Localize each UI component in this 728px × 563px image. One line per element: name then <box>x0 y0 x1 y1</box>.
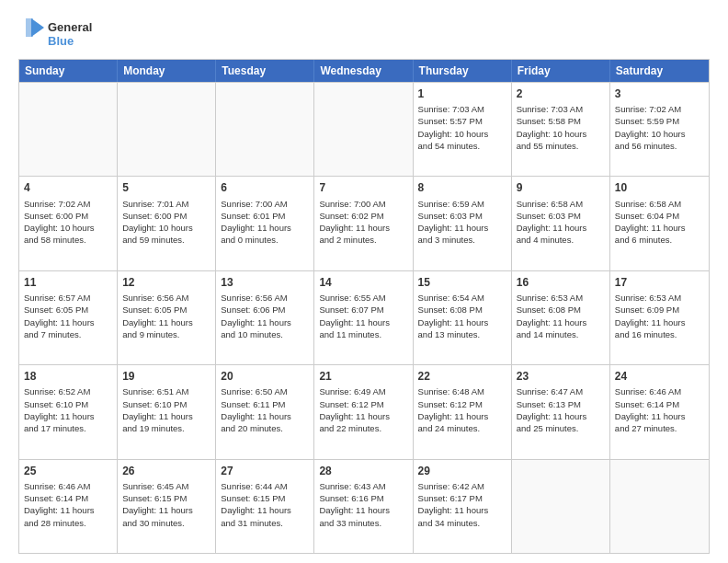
cal-cell: 22Sunrise: 6:48 AMSunset: 6:12 PMDayligh… <box>414 365 512 458</box>
header-day-sunday: Sunday <box>19 60 118 82</box>
cal-cell <box>19 83 118 176</box>
day-info: Sunrise: 7:00 AMSunset: 6:02 PMDaylight:… <box>319 198 407 247</box>
cal-cell: 17Sunrise: 6:53 AMSunset: 6:09 PMDayligh… <box>610 271 709 364</box>
day-info: Sunrise: 6:43 AMSunset: 6:16 PMDaylight:… <box>319 480 407 529</box>
cal-cell: 10Sunrise: 6:58 AMSunset: 6:04 PMDayligh… <box>610 177 709 270</box>
day-number: 26 <box>122 464 210 478</box>
day-number: 3 <box>615 86 704 101</box>
cal-cell: 29Sunrise: 6:42 AMSunset: 6:17 PMDayligh… <box>414 460 512 553</box>
day-number: 12 <box>122 275 210 290</box>
cal-cell: 6Sunrise: 7:00 AMSunset: 6:01 PMDaylight… <box>216 177 314 270</box>
day-info: Sunrise: 6:52 AMSunset: 6:10 PMDaylight:… <box>24 385 112 434</box>
day-number: 27 <box>221 464 309 478</box>
svg-marker-2 <box>31 18 44 37</box>
cal-week-5: 25Sunrise: 6:46 AMSunset: 6:14 PMDayligh… <box>19 459 709 553</box>
day-info: Sunrise: 6:56 AMSunset: 6:05 PMDaylight:… <box>122 292 210 340</box>
header-day-thursday: Thursday <box>414 60 512 82</box>
day-info: Sunrise: 6:48 AMSunset: 6:12 PMDaylight:… <box>418 385 506 434</box>
day-info: Sunrise: 7:02 AMSunset: 6:00 PMDaylight:… <box>24 198 112 247</box>
svg-text:Blue: Blue <box>48 34 74 48</box>
day-info: Sunrise: 7:02 AMSunset: 5:59 PMDaylight:… <box>615 103 704 152</box>
day-info: Sunrise: 6:59 AMSunset: 6:03 PMDaylight:… <box>418 198 506 247</box>
day-number: 6 <box>221 180 309 195</box>
svg-text:General: General <box>48 20 92 34</box>
cal-cell: 5Sunrise: 7:01 AMSunset: 6:00 PMDaylight… <box>118 177 216 270</box>
day-info: Sunrise: 6:47 AMSunset: 6:13 PMDaylight:… <box>517 385 605 434</box>
day-number: 29 <box>418 464 506 478</box>
day-info: Sunrise: 6:58 AMSunset: 6:03 PMDaylight:… <box>517 198 605 247</box>
cal-cell: 13Sunrise: 6:56 AMSunset: 6:06 PMDayligh… <box>216 271 314 364</box>
day-number: 15 <box>418 275 506 290</box>
day-info: Sunrise: 6:45 AMSunset: 6:15 PMDaylight:… <box>122 480 210 529</box>
day-info: Sunrise: 6:42 AMSunset: 6:17 PMDaylight:… <box>418 480 506 529</box>
day-info: Sunrise: 7:03 AMSunset: 5:58 PMDaylight:… <box>517 103 605 152</box>
header-day-monday: Monday <box>118 60 216 82</box>
cal-cell: 9Sunrise: 6:58 AMSunset: 6:03 PMDaylight… <box>512 177 610 270</box>
day-number: 25 <box>24 464 112 478</box>
day-info: Sunrise: 6:58 AMSunset: 6:04 PMDaylight:… <box>615 198 704 247</box>
header-day-friday: Friday <box>512 60 610 82</box>
svg-rect-3 <box>26 18 33 37</box>
day-number: 5 <box>122 180 210 195</box>
cal-cell: 28Sunrise: 6:43 AMSunset: 6:16 PMDayligh… <box>314 460 413 553</box>
cal-cell: 8Sunrise: 6:59 AMSunset: 6:03 PMDaylight… <box>414 177 512 270</box>
day-info: Sunrise: 6:51 AMSunset: 6:10 PMDaylight:… <box>122 385 210 434</box>
day-number: 22 <box>418 369 506 384</box>
cal-cell: 23Sunrise: 6:47 AMSunset: 6:13 PMDayligh… <box>512 365 610 458</box>
cal-cell: 1Sunrise: 7:03 AMSunset: 5:57 PMDaylight… <box>414 83 512 176</box>
day-number: 2 <box>517 86 605 101</box>
cal-cell: 21Sunrise: 6:49 AMSunset: 6:12 PMDayligh… <box>314 365 413 458</box>
day-number: 24 <box>615 369 704 384</box>
day-number: 13 <box>221 275 309 290</box>
day-number: 28 <box>319 464 407 478</box>
day-number: 4 <box>24 180 112 195</box>
calendar-body: 1Sunrise: 7:03 AMSunset: 5:57 PMDaylight… <box>19 82 709 553</box>
cal-cell: 12Sunrise: 6:56 AMSunset: 6:05 PMDayligh… <box>118 271 216 364</box>
day-info: Sunrise: 6:55 AMSunset: 6:07 PMDaylight:… <box>319 292 407 340</box>
day-info: Sunrise: 6:53 AMSunset: 6:09 PMDaylight:… <box>615 292 704 340</box>
day-number: 23 <box>517 369 605 384</box>
day-info: Sunrise: 6:46 AMSunset: 6:14 PMDaylight:… <box>24 480 112 529</box>
day-info: Sunrise: 6:53 AMSunset: 6:08 PMDaylight:… <box>517 292 605 340</box>
day-info: Sunrise: 6:49 AMSunset: 6:12 PMDaylight:… <box>319 385 407 434</box>
day-info: Sunrise: 6:46 AMSunset: 6:14 PMDaylight:… <box>615 385 704 434</box>
header-day-saturday: Saturday <box>610 60 709 82</box>
header-day-wednesday: Wednesday <box>314 60 413 82</box>
day-info: Sunrise: 6:56 AMSunset: 6:06 PMDaylight:… <box>221 292 309 340</box>
cal-cell: 26Sunrise: 6:45 AMSunset: 6:15 PMDayligh… <box>118 460 216 553</box>
cal-cell: 19Sunrise: 6:51 AMSunset: 6:10 PMDayligh… <box>118 365 216 458</box>
cal-week-4: 18Sunrise: 6:52 AMSunset: 6:10 PMDayligh… <box>19 364 709 458</box>
cal-cell <box>512 460 610 553</box>
cal-cell <box>314 83 413 176</box>
day-info: Sunrise: 7:01 AMSunset: 6:00 PMDaylight:… <box>122 198 210 247</box>
day-number: 18 <box>24 369 112 384</box>
cal-cell <box>118 83 216 176</box>
cal-week-2: 4Sunrise: 7:02 AMSunset: 6:00 PMDaylight… <box>19 176 709 270</box>
cal-cell: 15Sunrise: 6:54 AMSunset: 6:08 PMDayligh… <box>414 271 512 364</box>
day-number: 7 <box>319 180 407 195</box>
header-day-tuesday: Tuesday <box>216 60 314 82</box>
cal-cell: 2Sunrise: 7:03 AMSunset: 5:58 PMDaylight… <box>512 83 610 176</box>
day-number: 10 <box>615 180 704 195</box>
cal-cell <box>216 83 314 176</box>
cal-week-3: 11Sunrise: 6:57 AMSunset: 6:05 PMDayligh… <box>19 270 709 364</box>
day-number: 14 <box>319 275 407 290</box>
cal-cell: 25Sunrise: 6:46 AMSunset: 6:14 PMDayligh… <box>19 460 118 553</box>
calendar: SundayMondayTuesdayWednesdayThursdayFrid… <box>18 59 710 554</box>
cal-cell: 11Sunrise: 6:57 AMSunset: 6:05 PMDayligh… <box>19 271 118 364</box>
logo-icon: General Blue <box>18 15 119 52</box>
day-info: Sunrise: 6:50 AMSunset: 6:11 PMDaylight:… <box>221 385 309 434</box>
page-header: General Blue <box>18 15 710 52</box>
cal-cell: 7Sunrise: 7:00 AMSunset: 6:02 PMDaylight… <box>314 177 413 270</box>
cal-cell: 18Sunrise: 6:52 AMSunset: 6:10 PMDayligh… <box>19 365 118 458</box>
day-number: 16 <box>517 275 605 290</box>
logo: General Blue <box>18 15 119 52</box>
day-number: 8 <box>418 180 506 195</box>
day-number: 20 <box>221 369 309 384</box>
day-info: Sunrise: 7:03 AMSunset: 5:57 PMDaylight:… <box>418 103 506 152</box>
cal-cell: 20Sunrise: 6:50 AMSunset: 6:11 PMDayligh… <box>216 365 314 458</box>
day-info: Sunrise: 6:57 AMSunset: 6:05 PMDaylight:… <box>24 292 112 340</box>
day-number: 1 <box>418 86 506 101</box>
cal-cell <box>610 460 709 553</box>
cal-cell: 14Sunrise: 6:55 AMSunset: 6:07 PMDayligh… <box>314 271 413 364</box>
